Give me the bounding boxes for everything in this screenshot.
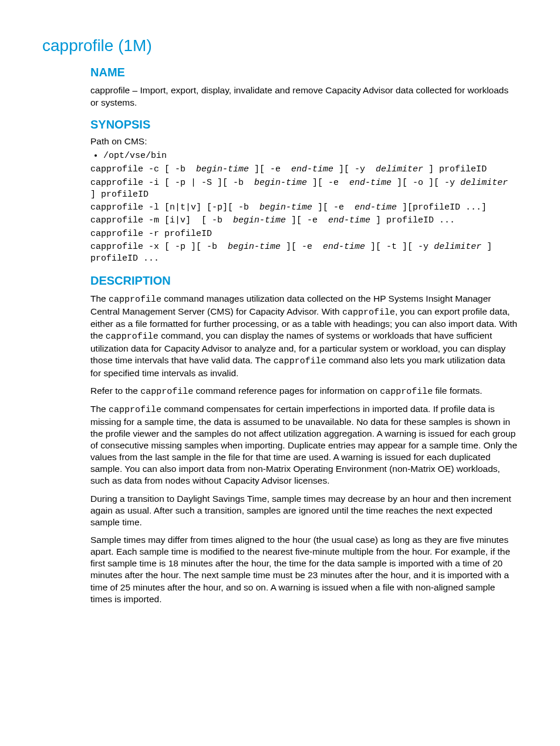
page-title: capprofile (1M) bbox=[42, 35, 518, 56]
synopsis-line-3: capprofile -l [n|t|v] [-p][ -b begin-tim… bbox=[90, 202, 518, 214]
synopsis-line-5: capprofile -r profileID bbox=[90, 228, 518, 240]
description-paragraph-3: The capprofile command compensates for c… bbox=[90, 403, 518, 487]
synopsis-line-2: capprofile -i [ -p | -S ][ -b begin-time… bbox=[90, 177, 518, 201]
synopsis-line-1: capprofile -c [ -b begin-time ][ -e end-… bbox=[90, 164, 518, 175]
name-paragraph: capprofile – Import, export, display, in… bbox=[90, 85, 518, 108]
synopsis-path-label: Path on CMS: bbox=[90, 136, 518, 147]
heading-synopsis: SYNOPSIS bbox=[90, 117, 518, 132]
heading-name: NAME bbox=[90, 65, 518, 80]
content-body: NAME capprofile – Import, export, displa… bbox=[90, 65, 518, 605]
description-paragraph-5: Sample times may differ from times align… bbox=[90, 534, 518, 605]
synopsis-path-value: /opt/vse/bin bbox=[103, 151, 167, 161]
description-paragraph-4: During a transition to Daylight Savings … bbox=[90, 493, 518, 528]
heading-description: DESCRIPTION bbox=[90, 273, 518, 288]
synopsis-line-6: capprofile -x [ -p ][ -b begin-time ][ -… bbox=[90, 241, 518, 265]
synopsis-line-4: capprofile -m [i|v] [ -b begin-time ][ -… bbox=[90, 215, 518, 227]
description-paragraph-2: Refer to the capprofile command referenc… bbox=[90, 385, 518, 398]
synopsis-path-list: /opt/vse/bin bbox=[90, 150, 518, 162]
description-paragraph-1: The capprofile command manages utilizati… bbox=[90, 293, 518, 379]
